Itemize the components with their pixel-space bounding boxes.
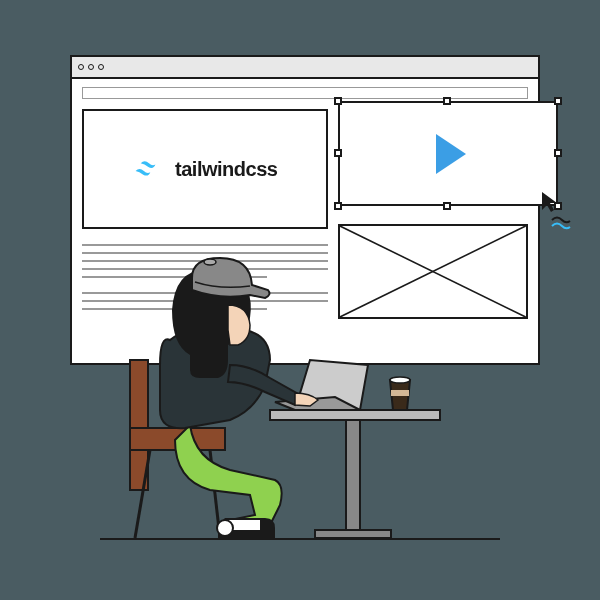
address-bar — [82, 87, 528, 99]
resize-handle[interactable] — [443, 202, 451, 210]
svg-rect-8 — [315, 530, 391, 538]
window-control-icon — [78, 64, 84, 70]
svg-rect-7 — [346, 420, 360, 530]
cursor-icon — [540, 190, 560, 214]
svg-point-12 — [204, 259, 216, 265]
resize-handle[interactable] — [334, 97, 342, 105]
tailwind-logo-icon — [133, 159, 165, 179]
illustration-scene — [100, 210, 500, 540]
window-control-icon — [98, 64, 104, 70]
resize-handle[interactable] — [554, 97, 562, 105]
browser-toolbar — [72, 57, 538, 79]
svg-point-10 — [390, 377, 410, 383]
resize-handle[interactable] — [334, 202, 342, 210]
svg-rect-6 — [270, 410, 440, 420]
wave-accent-icon — [550, 215, 574, 231]
resize-handle[interactable] — [554, 149, 562, 157]
resize-handle[interactable] — [443, 97, 451, 105]
svg-point-11 — [217, 520, 233, 536]
svg-rect-9 — [391, 390, 409, 396]
resize-handle[interactable] — [334, 149, 342, 157]
window-control-icon — [88, 64, 94, 70]
play-icon — [436, 134, 466, 174]
brand-name: tailwindcss — [175, 158, 277, 181]
video-player[interactable] — [338, 101, 558, 206]
